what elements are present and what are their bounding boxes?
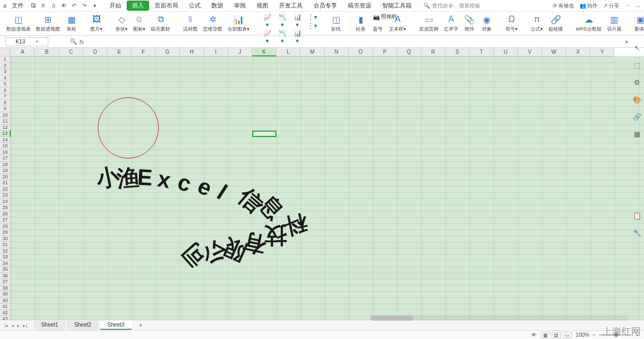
ribbon-全部图表[interactable]: 📊全部图表▾ bbox=[228, 13, 250, 33]
row-header-24[interactable]: 24 bbox=[0, 199, 11, 205]
chart-mini-icon[interactable]: ⋮▾ bbox=[308, 22, 317, 30]
main-tab-0[interactable]: 开始 bbox=[104, 1, 127, 11]
clipboard-icon[interactable]: ⎘ bbox=[39, 2, 48, 10]
row-header-8[interactable]: 8 bbox=[0, 100, 11, 106]
ribbon-切片器[interactable]: ▥切片器 bbox=[607, 13, 621, 33]
row-header-6[interactable]: 6 bbox=[0, 88, 11, 94]
chart-mini-icon[interactable]: 📈▾ bbox=[262, 13, 272, 28]
col-header-B[interactable]: B bbox=[35, 48, 59, 56]
col-header-N[interactable]: N bbox=[325, 48, 349, 56]
main-tab-10[interactable]: 智能工具箱 bbox=[377, 1, 417, 11]
scroll-up-icon[interactable]: ▲ bbox=[624, 39, 629, 44]
row-header-17[interactable]: 17 bbox=[0, 155, 11, 162]
col-header-J[interactable]: J bbox=[228, 48, 252, 56]
col-header-H[interactable]: H bbox=[180, 48, 204, 56]
row-header-41[interactable]: 41 bbox=[0, 304, 11, 310]
row-header-36[interactable]: 36 bbox=[0, 273, 11, 279]
zoom-icon[interactable]: 🔍 bbox=[70, 38, 77, 45]
select-icon[interactable]: ⬚ bbox=[632, 60, 642, 70]
row-header-30[interactable]: 30 bbox=[0, 236, 11, 242]
row-header-11[interactable]: 11 bbox=[0, 118, 11, 125]
row-header-23[interactable]: 23 bbox=[0, 192, 11, 199]
ribbon-折线[interactable]: ◫折线 bbox=[330, 13, 342, 33]
col-header-E[interactable]: E bbox=[107, 48, 131, 56]
col-header-K[interactable]: K bbox=[252, 48, 276, 56]
col-header-U[interactable]: U bbox=[494, 48, 518, 56]
main-tab-3[interactable]: 公式 bbox=[184, 1, 206, 11]
camera-button[interactable]: 📷 照相机 bbox=[373, 13, 397, 20]
ribbon-公式[interactable]: π公式▾ bbox=[531, 13, 543, 33]
col-header-Q[interactable]: Q bbox=[397, 48, 421, 56]
row-header-37[interactable]: 37 bbox=[0, 279, 11, 285]
sheet-tab-Sheet3[interactable]: Sheet3 bbox=[100, 321, 132, 330]
clipboard-side-icon[interactable]: 📋 bbox=[632, 211, 642, 220]
ribbon-表格[interactable]: ▦表格 bbox=[65, 13, 77, 33]
col-header-M[interactable]: M bbox=[301, 48, 325, 56]
eye-icon[interactable]: 👁 bbox=[531, 332, 537, 338]
redo-icon[interactable]: ↷ bbox=[80, 2, 89, 10]
row-header-5[interactable]: 5 bbox=[0, 81, 11, 88]
row-header-32[interactable]: 32 bbox=[0, 248, 11, 255]
ribbon-思维导图[interactable]: ✲思维导图 bbox=[203, 13, 222, 33]
ribbon-图标[interactable]: ☺图标▾ bbox=[133, 13, 145, 33]
collab-button[interactable]: 👥 协作 bbox=[580, 2, 598, 10]
col-header-C[interactable]: C bbox=[59, 48, 83, 56]
undo-icon[interactable]: ↶ bbox=[70, 2, 78, 10]
row-header-12[interactable]: 12 bbox=[0, 125, 11, 131]
row-header-39[interactable]: 39 bbox=[0, 291, 11, 298]
dropdown-icon[interactable]: ▾ bbox=[90, 2, 99, 10]
row-header-25[interactable]: 25 bbox=[0, 205, 11, 211]
pointer-icon[interactable]: ↖ bbox=[632, 43, 642, 53]
main-tab-6[interactable]: 视图 bbox=[251, 1, 274, 11]
row-header-33[interactable]: 33 bbox=[0, 254, 11, 261]
active-cell-K13[interactable] bbox=[252, 131, 276, 137]
col-header-W[interactable]: W bbox=[542, 48, 566, 56]
main-tab-5[interactable]: 审阅 bbox=[229, 1, 251, 11]
main-tab-7[interactable]: 开发工具 bbox=[274, 1, 308, 11]
name-box[interactable]: K13 bbox=[5, 37, 48, 46]
ribbon-页眉页脚[interactable]: ▭页眉页脚 bbox=[419, 13, 438, 33]
col-header-I[interactable]: I bbox=[204, 48, 228, 56]
ribbon-稿壳素材[interactable]: ⧉稿壳素材 bbox=[151, 13, 170, 33]
normal-view-icon[interactable]: ▦ bbox=[541, 332, 550, 338]
row-header-9[interactable]: 9 bbox=[0, 106, 11, 112]
ribbon-超链接[interactable]: 🔗超链接 bbox=[548, 13, 563, 33]
row-header-10[interactable]: 10 bbox=[0, 112, 11, 119]
chart-mini-icon[interactable]: 📊▾ bbox=[292, 30, 302, 45]
col-header-A[interactable]: A bbox=[11, 48, 35, 56]
col-header-Y[interactable]: Y bbox=[590, 48, 614, 56]
apps-icon[interactable]: ▦ bbox=[632, 129, 642, 139]
row-header-16[interactable]: 16 bbox=[0, 149, 11, 156]
main-tab-2[interactable]: 页面布局 bbox=[149, 1, 184, 11]
sheet-tab-Sheet2[interactable]: Sheet2 bbox=[67, 321, 99, 330]
chart-mini-icon[interactable]: 📊▾ bbox=[292, 13, 302, 28]
ribbon-柱形[interactable]: ▮柱形 bbox=[355, 13, 367, 33]
row-header-22[interactable]: 22 bbox=[0, 186, 11, 193]
file-menu[interactable]: 文件 bbox=[9, 2, 27, 10]
row-header-13[interactable]: 13 bbox=[0, 131, 11, 137]
zoom-out-icon[interactable]: − bbox=[592, 332, 596, 338]
sheet-next-icon[interactable]: ▸ bbox=[16, 323, 21, 328]
row-header-2[interactable]: 2 bbox=[0, 63, 11, 69]
row-header-1[interactable]: 1 bbox=[0, 56, 11, 63]
row-header-42[interactable]: 42 bbox=[0, 310, 11, 316]
ribbon-WPS云数据[interactable]: ☁WPS云数据 bbox=[576, 13, 602, 33]
col-header-L[interactable]: L bbox=[276, 48, 301, 56]
row-header-27[interactable]: 27 bbox=[0, 217, 11, 223]
share-button[interactable]: ↗ 分享 bbox=[603, 2, 619, 10]
col-header-S[interactable]: S bbox=[445, 48, 470, 56]
row-header-14[interactable]: 14 bbox=[0, 137, 11, 143]
ribbon-流程图[interactable]: ⫴流程图 bbox=[183, 13, 197, 33]
chart-mini-icon[interactable]: 📉▾ bbox=[277, 13, 287, 28]
chart-mini-icon[interactable]: 📉▾ bbox=[277, 30, 287, 45]
ribbon-符号[interactable]: Ω符号▾ bbox=[506, 13, 518, 33]
col-header-F[interactable]: F bbox=[131, 48, 156, 56]
cells-area[interactable]: 小渔Excel信息 科技有限公司 bbox=[11, 56, 644, 327]
row-header-31[interactable]: 31 bbox=[0, 242, 11, 248]
add-sheet-button[interactable]: ＋ bbox=[133, 321, 148, 330]
tool-side-icon[interactable]: 🔧 bbox=[632, 228, 642, 237]
row-header-35[interactable]: 35 bbox=[0, 266, 11, 273]
main-tab-4[interactable]: 数据 bbox=[206, 1, 229, 11]
col-header-X[interactable]: X bbox=[566, 48, 590, 56]
chart-mini-icon[interactable]: ⋮▾ bbox=[308, 13, 317, 21]
